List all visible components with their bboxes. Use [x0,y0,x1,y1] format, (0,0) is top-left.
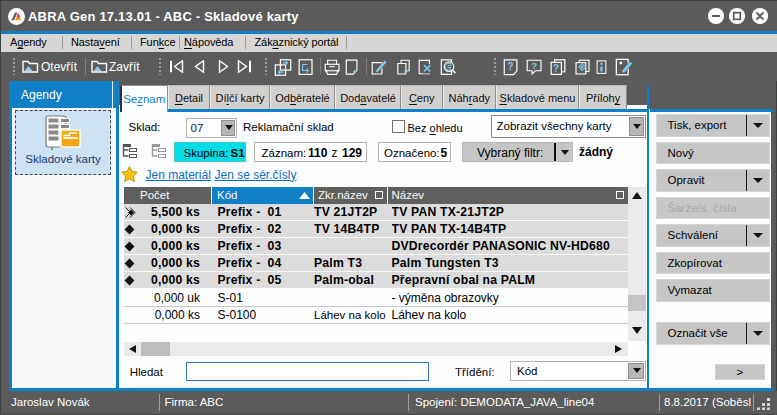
svg-text:?: ? [553,63,559,74]
svg-text:?: ? [531,60,537,71]
svg-text:?: ? [507,61,513,72]
